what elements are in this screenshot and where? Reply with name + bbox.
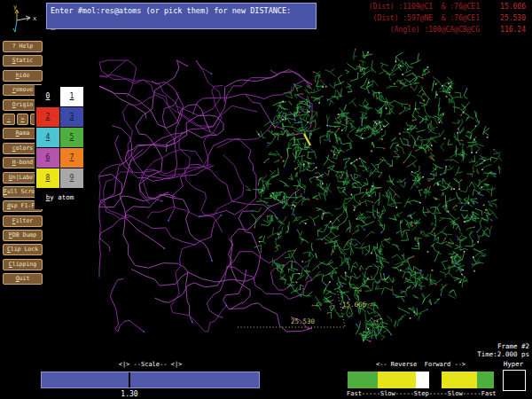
color-palette: 0123456789 by atom <box>35 85 85 209</box>
sidebar-button-static[interactable]: Static <box>3 55 43 66</box>
angle-readout-value: 116.24 <box>480 26 526 35</box>
axis-x-label: x <box>33 15 36 22</box>
sidebar-button-clip-lock[interactable]: Clip Lock <box>3 244 43 255</box>
speed-segment-2 <box>416 372 429 388</box>
palette-color-3[interactable]: 3 <box>60 107 83 127</box>
distance-readout-2-value: 25.530 <box>480 14 526 23</box>
palette-color-5[interactable]: 5 <box>60 128 83 147</box>
speed-segment-1 <box>378 372 416 388</box>
speed-title: <-- Reverse Forward --> <box>348 361 494 368</box>
speed-segment-5 <box>477 372 494 388</box>
sidebar-button-quit[interactable]: Quit <box>3 273 43 285</box>
readouts: (Dist) :1109@C1 & :76@CE115.666(Dist) :5… <box>224 3 526 35</box>
palette-color-2[interactable]: 2 <box>36 107 59 127</box>
sidebar-button-filter[interactable]: Filter <box>3 215 43 227</box>
sidebar-button-next[interactable]: > <box>17 113 29 125</box>
speed-scale-label: Fast-----Slow-----Step-----Slow-----Fast <box>347 390 497 397</box>
scale-title: <|> --Scale-- <|> <box>41 361 260 368</box>
scale-value: 1.30 <box>105 390 154 398</box>
md-display-app: 25.53015.666 y x Enter #mol:res@atoms (o… <box>0 0 532 399</box>
scale-slider[interactable] <box>41 372 260 388</box>
distance-readout-2: (Dist) :597@NE & :76@CE125.530 <box>224 14 526 23</box>
speed-slider[interactable] <box>348 372 494 388</box>
angle-readout: (Angle) :100@CA@CB@CG116.24 <box>224 26 526 35</box>
palette-color-9[interactable]: 9 <box>60 168 83 188</box>
scale-slider-marker[interactable] <box>129 372 130 387</box>
sidebar-button-hide[interactable]: hide <box>3 70 43 82</box>
sidebar-button-help[interactable]: ? Help <box>3 41 43 52</box>
frame-time: Time:2.000 ps <box>477 350 529 358</box>
axis-gizmo-icon: y x <box>7 3 39 36</box>
sidebar-button-pdb-dump[interactable]: PDB Dump <box>3 230 43 241</box>
hyper-label: Hyper <box>499 360 528 368</box>
speed-marker <box>429 372 442 388</box>
palette-color-0[interactable]: 0 <box>36 87 59 106</box>
palette-color-6[interactable]: 6 <box>36 148 59 168</box>
color-palette-grid: 0123456789 <box>36 87 83 188</box>
hyper-button[interactable] <box>503 370 526 391</box>
palette-by-atom-button[interactable]: by atom <box>36 188 83 207</box>
sidebar-button-minus[interactable]: - <box>3 113 15 125</box>
palette-color-7[interactable]: 7 <box>60 148 83 168</box>
frame-number: Frame #2 <box>497 342 529 350</box>
palette-color-4[interactable]: 4 <box>36 128 59 147</box>
measurement-label-1: 15.666 <box>342 301 367 309</box>
distance-readout-1-label: (Dist) :1109@C1 & :76@CE1 <box>224 3 480 12</box>
distance-readout-1-value: 15.666 <box>480 3 526 12</box>
measurement-label-0: 25.530 <box>291 317 316 325</box>
distance-readout-1: (Dist) :1109@C1 & :76@CE115.666 <box>224 3 526 12</box>
angle-readout-label: (Angle) :100@CA@CB@CG <box>224 26 480 35</box>
palette-color-8[interactable]: 8 <box>36 168 59 188</box>
sidebar-button-clipping[interactable]: Clipping <box>3 259 43 270</box>
palette-color-1[interactable]: 1 <box>60 87 83 106</box>
speed-segment-4 <box>442 372 477 388</box>
speed-segment-0 <box>348 372 378 388</box>
axis-y-label: y <box>13 4 17 11</box>
distance-readout-2-label: (Dist) :597@NE & :76@CE1 <box>224 14 480 23</box>
